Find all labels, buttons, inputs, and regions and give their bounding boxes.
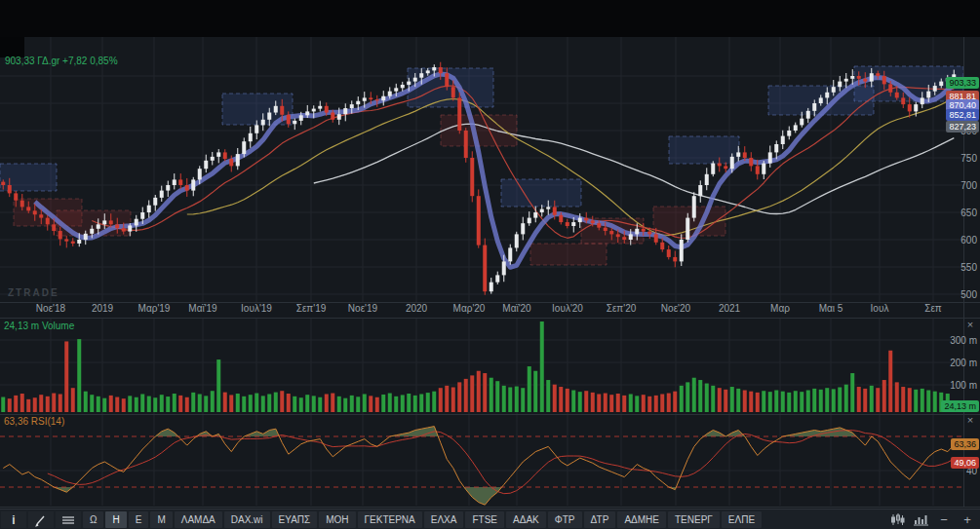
pencil-icon[interactable] [28,511,54,528]
interval-button-Μ[interactable]: Μ [150,511,172,528]
ticker-button-ΜΟΗ[interactable]: ΜΟΗ [319,511,355,528]
corner-panel [0,37,24,57]
price-axis-label: 550 [960,262,977,273]
ticker-button-DAX.wi[interactable]: DAX.wi [224,511,270,528]
chart-canvas[interactable] [0,0,980,529]
zoom-in-icon[interactable]: + [960,512,975,528]
ticker-button-ΔΤΡ[interactable]: ΔΤΡ [584,511,616,528]
time-axis-label: Σεπ'20 [590,303,652,314]
ticker-button-ΕΥΑΠΣ[interactable]: ΕΥΑΠΣ [272,511,318,528]
ticker-button-ΕΛΠΕ[interactable]: ΕΛΠΕ [722,511,762,528]
ticker-button-ΦΤΡ[interactable]: ΦΤΡ [548,511,582,528]
price-axis-label: 600 [960,235,977,246]
rsi-pane-close-icon[interactable]: × [963,415,977,427]
volume-pane-close-icon[interactable]: × [963,320,977,331]
price-axis-label: 650 [960,208,977,218]
info-icon[interactable]: i [1,511,26,528]
time-axis-label: Ιουλ'19 [225,303,288,314]
volume-badge: 24,13 m [941,400,979,412]
price-axis-label: 500 [960,289,977,300]
ticker-button-ΑΔΑΚ[interactable]: ΑΔΑΚ [506,511,546,528]
zoom-out-icon[interactable]: − [936,512,952,528]
price-badge: 827,23 [946,121,979,132]
volume-axis-label: 300 m [950,335,977,346]
ticker-button-ΓΕΚΤΕΡΝΑ[interactable]: ΓΕΚΤΕΡΝΑ [358,511,422,528]
histogram-icon[interactable] [913,512,928,528]
ticker-button-FTSE[interactable]: FTSE [465,511,504,528]
price-axis-label: 700 [960,180,977,191]
ticker-button-ΤΕΝΕΡΓ[interactable]: ΤΕΝΕΡΓ [668,511,720,528]
ticker-button-ΑΔΜΗΕ[interactable]: ΑΔΜΗΕ [617,511,666,528]
rsi-badge: 49,06 [951,457,979,469]
price-badge: 903,33 [946,77,979,89]
time-axis-label: Σεπ [902,303,964,314]
price-badge: 852,81 [946,109,979,121]
candlestick-chart-icon[interactable] [889,512,905,528]
watchlist-icon[interactable] [56,511,81,528]
interval-button-Ω[interactable]: Ω [83,511,103,528]
rsi-badge: 63,36 [951,438,979,450]
trading-chart-app: 903,33 ΓΔ.gr +7,82 0,85% 24,13 m Volume … [0,0,980,529]
volume-axis-label: 200 m [950,358,977,368]
bottom-toolbar: i ΩΗΕΜΛΑΜΔΑDAX.wiΕΥΑΠΣΜΟΗΓΕΚΤΕΡΝΑΕΛΧΑFTS… [0,509,980,529]
volume-axis-label: 100 m [950,380,977,391]
interval-button-Η[interactable]: Η [105,511,126,528]
ticker-button-ΛΑΜΔΑ[interactable]: ΛΑΜΔΑ [175,511,222,528]
price-axis-label: 750 [960,153,977,164]
interval-button-Ε[interactable]: Ε [129,511,149,528]
ticker-button-ΕΛΧΑ[interactable]: ΕΛΧΑ [424,511,464,528]
chart-controls: − + [889,510,975,529]
